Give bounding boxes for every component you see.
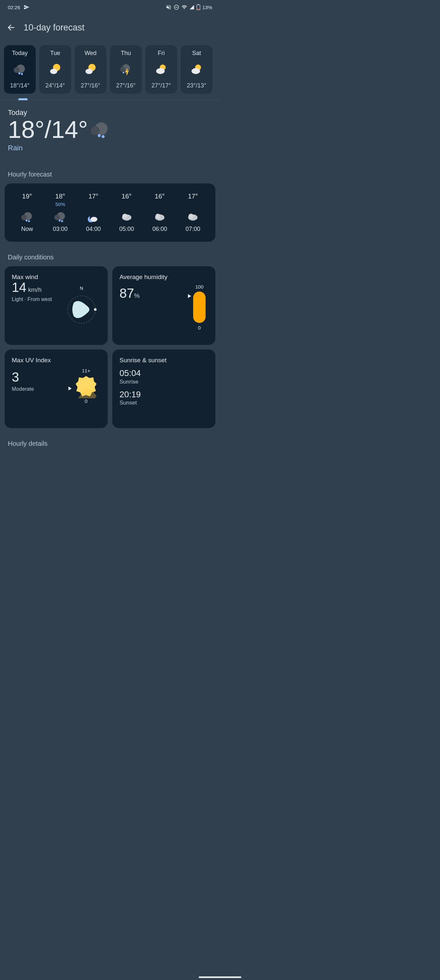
sunrise-sunset-card[interactable]: Sunrise & sunset 05:04 Sunrise 20:19 Sun… (112, 350, 215, 428)
hourly-item: 16° 05:00 (110, 192, 143, 232)
sunrise-time: 05:04 (119, 369, 208, 378)
uv-scale-top: 11+ (82, 368, 90, 373)
humidity-gauge: 100 0 (193, 284, 206, 331)
uv-title: Max UV Index (12, 357, 100, 364)
humidity-scale-top: 100 (195, 284, 203, 290)
day-tab-thu[interactable]: Thu 27°/16° (110, 45, 142, 94)
wifi-icon (181, 4, 187, 10)
status-time: 02:26 (8, 5, 20, 10)
day-tab-label: Thu (121, 50, 131, 57)
daily-conditions-title: Daily conditions (0, 253, 220, 261)
sunset-time: 20:19 (119, 390, 208, 399)
hourly-section-title: Hourly forecast (0, 171, 220, 178)
uv-card[interactable]: Max UV Index 3 Moderate 11+ 0 (5, 350, 108, 428)
day-tab-temp: 23°/13° (187, 82, 206, 89)
day-tab-temp: 27°/16° (81, 82, 100, 89)
day-summary: Today 18°/14° Rain (0, 100, 220, 152)
uv-scale-bottom: 0 (85, 398, 87, 404)
battery-percent: 13% (202, 5, 212, 10)
day-tab-temp: 27°/16° (116, 82, 135, 89)
status-left: 02:26 (8, 4, 29, 10)
day-tab-label: Tue (50, 50, 60, 57)
arrow-left-icon (7, 23, 15, 32)
status-bar: 02:26 13% (0, 0, 220, 13)
conditions-grid: Max wind 14 km/h Light · From west N Ave… (0, 266, 220, 428)
sun-title: Sunrise & sunset (119, 357, 208, 364)
hourly-temp: 19° (22, 192, 32, 200)
summary-temp-text: 18°/14° (8, 118, 88, 142)
weather-icon (21, 211, 33, 223)
weather-icon (155, 63, 168, 76)
day-tab-today[interactable]: Today 18°/14° (4, 45, 36, 94)
day-tab-label: Fri (158, 50, 165, 57)
hourly-time: 06:00 (152, 226, 167, 232)
wind-card[interactable]: Max wind 14 km/h Light · From west N (5, 266, 108, 345)
north-label: N (80, 286, 83, 291)
rain-icon (91, 120, 110, 140)
hourly-temp: 17° (88, 192, 98, 200)
hourly-item: 17° 04:00 (77, 192, 110, 232)
hourly-precip: 50% (55, 201, 65, 208)
day-tab-fri[interactable]: Fri 27°/17° (145, 45, 177, 94)
weather-icon (119, 63, 133, 76)
day-tab-temp: 24°/14° (46, 82, 65, 89)
weather-icon (49, 63, 62, 76)
hourly-time: 04:00 (86, 226, 101, 232)
hourly-temp: 16° (122, 192, 132, 200)
hourly-item: 17° 07:00 (176, 192, 210, 232)
day-tabs[interactable]: Today 18°/14° Tue 24°/14° Wed 27°/16° Th… (0, 39, 220, 94)
day-tab-label: Wed (84, 50, 97, 57)
hourly-details-title: Hourly details (0, 440, 220, 447)
svg-rect-18 (197, 9, 200, 10)
humidity-card[interactable]: Average humidity 87% 100 0 (112, 266, 215, 345)
battery-icon (197, 4, 200, 10)
hourly-temp: 18° (55, 192, 65, 200)
hourly-time: Now (21, 226, 33, 232)
back-button[interactable] (6, 22, 16, 33)
day-tab-label: Sat (192, 50, 201, 57)
day-tab-temp: 18°/14° (10, 82, 29, 89)
signal-icon (189, 5, 194, 10)
uv-gauge: 11+ 0 (74, 368, 98, 404)
day-tab-tue[interactable]: Tue 24°/14° (39, 45, 71, 94)
weather-icon (84, 63, 97, 76)
day-tab-temp: 27°/17° (152, 82, 171, 89)
weather-icon (154, 211, 166, 223)
svg-rect-17 (198, 4, 199, 5)
page-title: 10-day forecast (24, 22, 84, 33)
svg-point-21 (94, 308, 97, 311)
weather-icon (54, 211, 67, 223)
hourly-temp: 17° (188, 192, 198, 200)
summary-temps: 18°/14° (8, 118, 212, 142)
weather-icon (87, 211, 100, 223)
humidity-value: 87 (119, 286, 134, 301)
app-header: 10-day forecast (0, 13, 220, 39)
sunrise-label: Sunrise (119, 379, 208, 385)
dnd-icon (173, 4, 179, 10)
day-tab-sat[interactable]: Sat 23°/13° (181, 45, 213, 94)
humidity-scale-bottom: 0 (198, 325, 201, 331)
day-tab-wed[interactable]: Wed 27°/16° (75, 45, 106, 94)
weather-icon (121, 211, 133, 223)
weather-icon (190, 63, 203, 76)
summary-condition: Rain (8, 144, 212, 152)
mute-icon (166, 4, 172, 10)
humidity-unit: % (134, 292, 140, 299)
hourly-item: 19° Now (11, 192, 43, 232)
hourly-item: 16° 06:00 (143, 192, 176, 232)
hourly-time: 03:00 (53, 226, 67, 232)
hourly-time: 05:00 (119, 226, 134, 232)
day-tab-label: Today (12, 50, 27, 57)
humidity-title: Average humidity (119, 274, 208, 281)
weather-icon (187, 211, 199, 223)
hourly-forecast-card[interactable]: 19° Now 18° 50% 03:00 17° 04:00 16° 05:0… (5, 183, 215, 242)
wind-compass: N (62, 286, 101, 325)
wind-value: 14 (12, 280, 27, 294)
hourly-temp: 16° (155, 192, 165, 200)
hourly-time: 07:00 (186, 226, 200, 232)
weather-icon (13, 63, 27, 76)
send-icon (24, 4, 29, 10)
wind-title: Max wind (12, 274, 100, 281)
status-right: 13% (166, 4, 212, 10)
wind-unit: km/h (27, 286, 41, 293)
